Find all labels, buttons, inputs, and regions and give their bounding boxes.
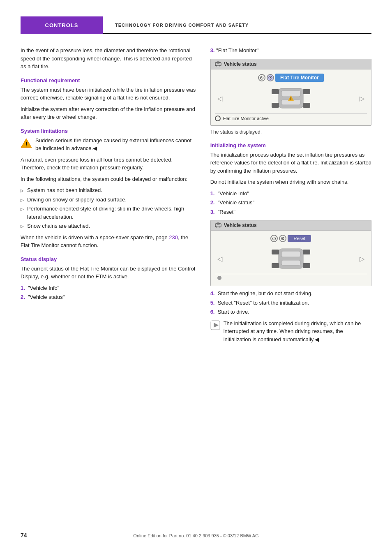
screen1-highlighted-label: Flat Tire Monitor bbox=[275, 74, 324, 82]
play-icon bbox=[210, 320, 220, 330]
svg-point-18 bbox=[216, 227, 217, 228]
warning-box: ! Sudden serious tire damage caused by e… bbox=[21, 136, 198, 153]
screen2-body: Reset ◁ bbox=[211, 231, 371, 286]
list-item: 6. Start to drive. bbox=[210, 308, 371, 316]
right-arrow-icon2: ▷ bbox=[360, 255, 364, 263]
right-column: 3. "Flat Tire Monitor" Vehicle status bbox=[210, 46, 371, 347]
screen1-top-row: Flat Tire Monitor bbox=[215, 74, 367, 82]
screen1-caption: The status is displayed. bbox=[210, 128, 371, 136]
svg-point-3 bbox=[216, 65, 217, 66]
car-status-icon2 bbox=[215, 222, 221, 228]
page-footer: Online Edition for Part no. 01 40 2 903 … bbox=[0, 532, 392, 539]
screen1-image: Vehicle status Flat Tire Monitor bbox=[210, 59, 371, 126]
svg-rect-24 bbox=[281, 251, 300, 257]
bottom-circle-icon bbox=[215, 116, 221, 121]
controls-label: CONTROLS bbox=[21, 16, 103, 34]
list-item: 4. Start the engine, but do not start dr… bbox=[210, 289, 371, 298]
nat-pressure-text: A natural, even pressure loss in all fou… bbox=[21, 156, 198, 172]
screen1-bottom-row: Flat Tire Monitor active bbox=[215, 113, 367, 121]
screen2-image: Vehicle status Reset bbox=[210, 220, 371, 286]
header-right-label: TECHNOLOGY FOR DRIVING COMFORT AND SAFET… bbox=[103, 16, 371, 34]
list-item: 2. "Vehicle status" bbox=[21, 293, 198, 301]
footnote-text: Online Edition for Part no. 01 40 2 903 … bbox=[133, 533, 258, 538]
car-status-icon bbox=[215, 61, 221, 67]
car-diagram: ! bbox=[268, 85, 314, 112]
list-item: 2. "Vehicle status" bbox=[210, 199, 371, 207]
svg-rect-27 bbox=[303, 250, 310, 254]
status-display-heading: Status display bbox=[21, 256, 198, 262]
car-diagram2 bbox=[268, 245, 314, 272]
init-num-list: 1. "Vehicle Info" 2. "Vehicle status" 3.… bbox=[210, 190, 371, 216]
svg-rect-26 bbox=[272, 250, 279, 254]
right-arrow-icon: ▷ bbox=[360, 95, 364, 102]
step3-label: 3. "Flat Tire Monitor" bbox=[210, 46, 371, 55]
left-arrow-icon2: ◁ bbox=[217, 255, 222, 263]
svg-rect-12 bbox=[303, 89, 310, 94]
warning-text: Sudden serious tire damage caused by ext… bbox=[35, 136, 198, 153]
note-box: The initialization is completed during d… bbox=[210, 319, 371, 344]
spare-tire-link[interactable]: 230 bbox=[169, 234, 178, 240]
list-item: Driving on snowy or slippery road surfac… bbox=[21, 196, 198, 204]
screen2-top-row: Reset bbox=[215, 235, 367, 242]
settings-circle-icon bbox=[279, 235, 286, 242]
svg-marker-31 bbox=[214, 323, 219, 328]
note-text: The initialization is completed during d… bbox=[224, 319, 371, 344]
svg-rect-28 bbox=[272, 263, 279, 268]
svg-rect-17 bbox=[215, 224, 221, 227]
steps-4-6-list: 4. Start the engine, but do not start dr… bbox=[210, 289, 371, 316]
svg-rect-11 bbox=[272, 89, 279, 94]
status-display-p1: The current status of the Flat Tire Moni… bbox=[21, 265, 198, 281]
list-item: Snow chains are attached. bbox=[21, 222, 198, 230]
screen1-bottom-text: Flat Tire Monitor active bbox=[223, 116, 269, 121]
page-header: CONTROLS TECHNOLOGY FOR DRIVING COMFORT … bbox=[21, 16, 371, 34]
list-item: 1. "Vehicle Info" bbox=[21, 284, 198, 292]
svg-rect-13 bbox=[272, 103, 279, 108]
list-item: System has not been initialized. bbox=[21, 186, 198, 194]
svg-point-4 bbox=[219, 65, 220, 66]
functional-req-heading: Functional requirement bbox=[21, 77, 198, 83]
screen1-body: Flat Tire Monitor ◁ bbox=[211, 69, 371, 125]
power-circle-icon2 bbox=[270, 235, 278, 242]
following-text: In the following situations, the system … bbox=[21, 175, 198, 183]
list-item: 1. "Vehicle Info" bbox=[210, 190, 371, 198]
svg-rect-14 bbox=[303, 103, 310, 108]
bullet-list: System has not been initialized. Driving… bbox=[21, 186, 198, 230]
left-arrow-icon: ◁ bbox=[217, 95, 222, 102]
list-item: Performance-oriented style of driving: s… bbox=[21, 205, 198, 221]
intro-paragraph: In the event of a pressure loss, the dia… bbox=[21, 46, 198, 71]
svg-rect-2 bbox=[215, 62, 221, 66]
svg-text:!: ! bbox=[290, 97, 291, 101]
init-p1: The initialization process adopts the se… bbox=[210, 151, 371, 175]
tire-circle-icon bbox=[267, 74, 274, 81]
list-item: 5. Select "Reset" to start the initializ… bbox=[210, 299, 371, 307]
svg-rect-25 bbox=[281, 260, 300, 265]
status-num-list: 1. "Vehicle Info" 2. "Vehicle status" bbox=[21, 284, 198, 301]
list-item: 3. "Reset" bbox=[210, 208, 371, 216]
svg-point-19 bbox=[219, 227, 220, 228]
init-p2: Do not initialize the system when drivin… bbox=[210, 178, 371, 186]
svg-point-22 bbox=[282, 238, 283, 239]
bottom-dot-icon2 bbox=[217, 276, 221, 280]
system-lim-heading: System limitations bbox=[21, 128, 198, 134]
main-content: In the event of a pressure loss, the dia… bbox=[21, 46, 371, 347]
power-circle-icon bbox=[258, 74, 265, 81]
functional-req-p1: The system must have been initialized wh… bbox=[21, 86, 198, 102]
svg-rect-29 bbox=[303, 263, 310, 268]
screen2-reset-label: Reset bbox=[288, 235, 311, 242]
init-heading: Initializing the system bbox=[210, 142, 371, 148]
svg-text:!: ! bbox=[25, 141, 28, 148]
svg-point-7 bbox=[270, 77, 271, 78]
warning-triangle-icon: ! bbox=[21, 137, 32, 149]
left-column: In the event of a pressure loss, the dia… bbox=[21, 46, 198, 347]
screen1-header: Vehicle status bbox=[211, 59, 371, 69]
functional-req-p2: Initialize the system after every correc… bbox=[21, 105, 198, 121]
screen2-header: Vehicle status bbox=[211, 220, 371, 231]
spare-tire-text: When the vehicle is driven with a space-… bbox=[21, 234, 198, 250]
